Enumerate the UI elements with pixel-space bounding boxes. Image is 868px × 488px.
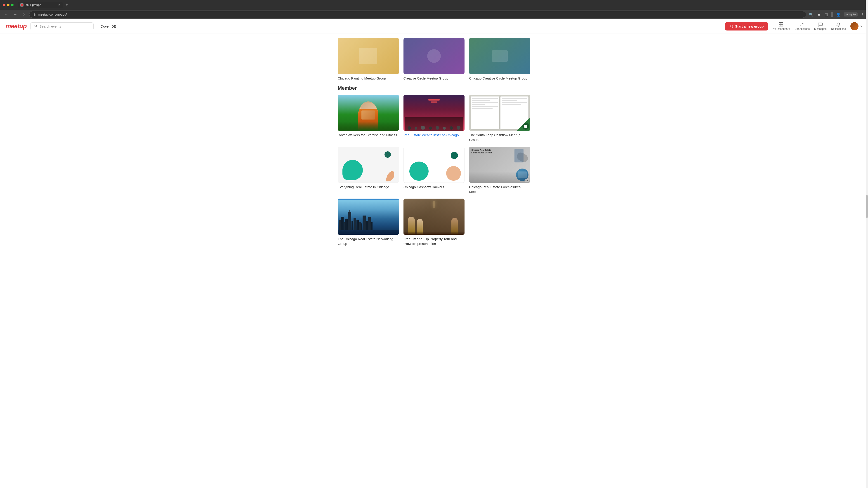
connections-icon — [800, 22, 805, 27]
avatar — [850, 22, 859, 30]
nav-messages[interactable]: Messages — [814, 22, 827, 31]
svg-rect-6 — [779, 23, 781, 24]
group-card-south-loop[interactable]: The South Loop Cashflow Meetup Group — [469, 95, 530, 142]
dark-dot — [384, 151, 391, 158]
browser-search-icon[interactable]: 🔍 — [808, 11, 814, 18]
svg-rect-8 — [779, 25, 781, 26]
bookmark-icon[interactable]: ★ — [816, 11, 822, 18]
search-placeholder: Search events — [39, 24, 61, 28]
search-button-icon — [730, 24, 733, 28]
pro-dashboard-label: Pro Dashboard — [772, 27, 790, 31]
profile-icon[interactable]: 👤 — [835, 11, 842, 18]
new-tab-button[interactable]: + — [64, 2, 70, 7]
group-card-everything-re[interactable]: Everything Real Estate in Chicago — [338, 147, 399, 194]
notifications-icon — [836, 22, 841, 27]
connections-label: Connections — [795, 27, 810, 31]
group-card-creative-circle[interactable]: Creative Circle Meetup Group — [403, 38, 465, 80]
group-title: Creative Circle Meetup Group — [403, 76, 465, 80]
svg-point-11 — [802, 23, 804, 24]
scrollbar-thumb[interactable] — [866, 195, 868, 218]
group-title: Chicago Real Estate Foreclosures Meetup — [469, 185, 530, 194]
chevron-down-icon — [860, 25, 863, 28]
group-card-cashflow-hackers[interactable]: Chicago Cashflow Hackers — [403, 147, 465, 194]
more-options-icon[interactable]: ⋮ — [860, 11, 865, 18]
svg-line-3 — [36, 27, 37, 28]
svg-point-10 — [801, 23, 802, 24]
maximize-window-button[interactable] — [11, 4, 13, 6]
partial-cards-row: Chicago Painting Meetup Group Creative C… — [338, 38, 530, 80]
svg-point-4 — [730, 25, 733, 27]
messages-icon — [818, 22, 823, 27]
tab-title: Your groups — [25, 3, 41, 6]
meetup-logo[interactable]: meetup — [5, 23, 27, 30]
group-title: The Chicago Real Estate Networking Group — [338, 236, 399, 246]
url-display: meetup.com/groups/ — [38, 13, 67, 16]
group-card-dover-walkers[interactable]: Dover Walkers for Exercise and Fitness — [338, 95, 399, 142]
browser-tab[interactable]: Your groups ✕ — [18, 2, 63, 8]
group-card-free-fix-flip[interactable]: Free Fix and Flip Property Tour and "How… — [403, 199, 465, 246]
tab-close-icon[interactable]: ✕ — [58, 3, 60, 6]
address-bar[interactable]: meetup.com/groups/ — [29, 11, 806, 18]
user-menu[interactable] — [850, 22, 863, 30]
group-title: Chicago Cashflow Hackers — [403, 185, 465, 189]
incognito-badge: Incognito — [844, 12, 858, 17]
notifications-label: Notifications — [831, 27, 846, 31]
member-grid-row3: The Chicago Real Estate Networking Group… — [338, 199, 530, 246]
search-bar[interactable]: Search events — [30, 22, 94, 30]
scrollbar-track — [866, 0, 868, 255]
location-display[interactable]: Dover, DE — [101, 24, 116, 28]
svg-rect-1 — [34, 14, 35, 15]
reload-button[interactable]: ✕ — [21, 11, 27, 18]
group-title: Chicago Creative Circle Meetup Group — [469, 76, 530, 80]
messages-label: Messages — [814, 27, 827, 31]
group-title: Everything Real Estate in Chicago — [338, 185, 399, 189]
svg-point-2 — [35, 25, 36, 27]
main-content: Chicago Painting Meetup Group Creative C… — [332, 33, 536, 255]
group-card-real-estate-wealth[interactable]: Real Estate Wealth Institute-Chicago — [403, 95, 465, 142]
close-window-button[interactable] — [3, 4, 5, 6]
salmon-arc — [381, 168, 394, 182]
group-title: Free Fix and Flip Property Tour and "How… — [403, 236, 465, 246]
lock-icon — [33, 13, 36, 16]
search-icon — [34, 24, 38, 28]
extensions-icon[interactable]: ◫ — [824, 11, 829, 18]
header-nav: Pro Dashboard Connections Messages Notif… — [772, 22, 863, 31]
member-grid-row1: Dover Walkers for Exercise and Fitness — [338, 95, 530, 142]
start-new-group-label: Start a new group — [735, 24, 764, 28]
group-card-foreclosures[interactable]: Chicago Real EstateForeclosures Meetup C… — [469, 147, 530, 194]
teal-blob — [342, 160, 363, 180]
member-grid-row2: Everything Real Estate in Chicago Chicag… — [338, 147, 530, 194]
group-title: The South Loop Cashflow Meetup Group — [469, 133, 530, 142]
member-section-title: Member — [338, 85, 530, 91]
nav-connections[interactable]: Connections — [795, 22, 810, 31]
svg-line-5 — [732, 27, 733, 28]
group-card-chicago-painting[interactable]: Chicago Painting Meetup Group — [338, 38, 399, 80]
svg-point-0 — [21, 4, 23, 6]
group-title: Chicago Painting Meetup Group — [338, 76, 399, 80]
svg-rect-9 — [781, 25, 783, 26]
group-title: Real Estate Wealth Institute-Chicago — [403, 133, 465, 137]
svg-rect-7 — [781, 23, 783, 24]
nav-notifications[interactable]: Notifications — [831, 22, 846, 31]
app-header: meetup Search events Dover, DE Start a n… — [0, 19, 868, 33]
start-new-group-button[interactable]: Start a new group — [725, 22, 768, 31]
forward-button[interactable]: → — [12, 11, 19, 18]
minimize-window-button[interactable] — [7, 4, 9, 6]
back-button[interactable]: ← — [3, 11, 10, 18]
group-title: Dover Walkers for Exercise and Fitness — [338, 133, 399, 137]
empty-grid-cell — [469, 199, 530, 246]
group-card-chicago-creative[interactable]: Chicago Creative Circle Meetup Group — [469, 38, 530, 80]
dashboard-icon — [778, 22, 783, 27]
nav-pro-dashboard[interactable]: Pro Dashboard — [772, 22, 790, 31]
group-card-networking[interactable]: The Chicago Real Estate Networking Group — [338, 199, 399, 246]
